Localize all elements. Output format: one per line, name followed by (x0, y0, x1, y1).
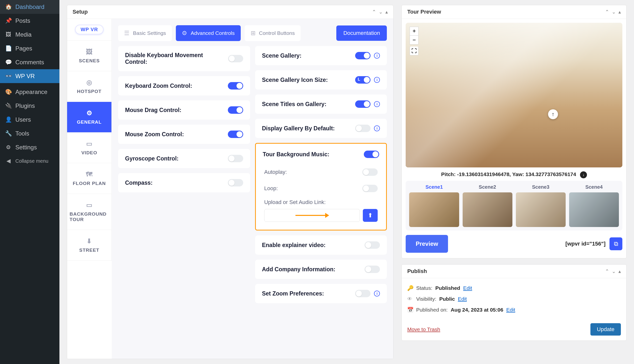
right-sidebar: Tour Preview ⌃ ⌄ ▴ + − ⛶ ↑ (401, 5, 626, 359)
shortcode-text: [wpvr id="156"] (565, 240, 605, 247)
info-icon[interactable]: i (374, 53, 380, 58)
chevron-down-icon[interactable]: ⌄ (612, 9, 616, 15)
toggle-scene-titles[interactable] (355, 100, 370, 108)
fullscreen-button[interactable]: ⛶ (410, 46, 418, 56)
menu-users[interactable]: 👤Users (0, 113, 59, 126)
menu-plugins[interactable]: 🔌Plugins (0, 99, 59, 113)
menu-settings[interactable]: ⚙Settings (0, 140, 59, 154)
vtab-bgtour[interactable]: ▭ BACKGROUND TOUR (67, 194, 112, 230)
menu-pages[interactable]: 📄Pages (0, 42, 59, 56)
vtab-scenes[interactable]: 🖼 SCENES (67, 40, 112, 71)
toggle-mouse-drag[interactable] (228, 106, 243, 114)
audio-link-input[interactable] (264, 209, 360, 222)
tab-advanced-controls[interactable]: ⚙ Advanced Controls (176, 25, 241, 41)
tab-basic-settings[interactable]: ☰ Basic Settings (118, 25, 172, 41)
key-icon: 🔑 (407, 285, 413, 291)
chevron-up-icon[interactable]: ⌃ (605, 268, 609, 274)
setting-tour-bgm: Tour Background Music: (256, 145, 386, 164)
scene-thumb-1[interactable]: Scene1 (409, 184, 459, 227)
toggle-tour-bgm[interactable] (364, 150, 379, 158)
setting-set-zoom: Set Zoom Preferences: i (255, 284, 387, 303)
toggle-autoplay[interactable] (362, 168, 378, 176)
panorama-viewport[interactable]: + − ⛶ ↑ (406, 23, 622, 168)
chevron-down-icon[interactable]: ⌄ (379, 9, 383, 15)
scene-thumb-3[interactable]: Scene3 (516, 184, 566, 227)
info-icon[interactable]: i (374, 77, 380, 83)
scene-2-label: Scene2 (479, 184, 496, 190)
toggle-disable-kb-move[interactable] (228, 55, 243, 62)
vtab-hotspot[interactable]: ◎ HOTSPOT (67, 71, 112, 102)
chevron-down-icon[interactable]: ⌄ (612, 268, 616, 274)
sliders-icon: ⚙ (5, 144, 12, 150)
vtab-video[interactable]: ▭ VIDEO (67, 132, 112, 163)
menu-media[interactable]: 🖼Media (0, 28, 59, 42)
publish-footer: Move to Trash Update (402, 320, 626, 340)
documentation-button[interactable]: Documentation (336, 26, 387, 41)
info-icon[interactable]: i (374, 290, 380, 296)
collapse-panel-icon[interactable]: ▴ (618, 9, 621, 15)
menu-dashboard[interactable]: 🏠Dashboard (0, 0, 59, 14)
vtab-floorplan[interactable]: 🗺 FLOOR PLAN (67, 163, 112, 194)
menu-tools[interactable]: 🔧Tools (0, 126, 59, 140)
toggle-compass[interactable] (228, 179, 243, 186)
hotspot-marker[interactable]: ↑ (548, 109, 558, 119)
chevron-up-icon[interactable]: ⌃ (372, 9, 376, 15)
update-button[interactable]: Update (590, 323, 621, 336)
menu-posts[interactable]: 📌Posts (0, 14, 59, 28)
toggle-enable-explainer[interactable] (364, 241, 380, 249)
menu-wpvr-label: WP VR (15, 73, 35, 80)
toggle-add-company[interactable] (364, 266, 380, 273)
toggle-set-zoom[interactable] (355, 290, 370, 297)
setting-disable-kb-move: Disable Keyboard Movement Control: (118, 46, 250, 71)
toggle-loop[interactable] (362, 185, 378, 192)
copy-coords-icon[interactable]: ↓ (580, 171, 587, 178)
publish-header: Publish ⌃ ⌄ ▴ (402, 264, 626, 278)
upload-audio-button[interactable]: ⬆ (363, 209, 378, 222)
info-icon[interactable]: i (374, 125, 380, 131)
collapse-panel-icon[interactable]: ▴ (385, 9, 388, 15)
edit-status-link[interactable]: Edit (463, 285, 472, 291)
chevron-up-icon[interactable]: ⌃ (605, 9, 609, 15)
menu-appearance[interactable]: 🎨Appearance (0, 85, 59, 99)
label-mouse-drag: Mouse Drag Control: (125, 107, 181, 114)
toggle-scene-gallery[interactable] (355, 52, 370, 59)
setting-mouse-zoom: Mouse Zoom Control: (118, 125, 250, 144)
label-upload-audio: Upload or Set Audio Link: (264, 199, 378, 206)
collapse-panel-icon[interactable]: ▴ (618, 268, 621, 274)
vtab-hotspot-label: HOTSPOT (77, 89, 102, 94)
toggle-gallery-icon-size[interactable]: L (355, 76, 370, 84)
publish-body: 🔑 Status: Published Edit 👁 Visibility: P… (402, 278, 626, 320)
info-icon[interactable]: i (374, 101, 380, 107)
copy-shortcode-button[interactable]: ⧉ (609, 238, 622, 250)
menu-comments[interactable]: 💬Comments (0, 56, 59, 69)
preview-button[interactable]: Preview (406, 235, 448, 253)
menu-wpvr[interactable]: 👓WP VR (0, 69, 59, 83)
menu-settings-label: Settings (15, 144, 37, 151)
zoom-out-button[interactable]: − (410, 36, 418, 44)
publish-title: Publish (407, 268, 427, 274)
plug-icon: 🔌 (5, 102, 12, 109)
label-gallery-icon-size: Scene Gallery Icon Size: (262, 77, 328, 83)
scene-1-thumbnail (409, 192, 459, 227)
menu-collapse[interactable]: ◀Collapse menu (0, 154, 59, 168)
vtab-general[interactable]: ⚙ GENERAL (67, 102, 112, 132)
move-to-trash-link[interactable]: Move to Trash (407, 326, 440, 332)
label-tour-bgm: Tour Background Music: (263, 151, 329, 158)
setup-title: Setup (73, 9, 88, 15)
label-add-company: Add Company Information: (262, 266, 335, 273)
vtab-street[interactable]: ⬇ STREET (67, 230, 112, 261)
tab-control-buttons[interactable]: ⊞ Control Buttons (245, 25, 301, 41)
edit-visibility-link[interactable]: Edit (458, 296, 467, 302)
scene-3-label: Scene3 (532, 184, 549, 190)
setting-compass: Compass: (118, 173, 250, 192)
label-loop: Loop: (264, 185, 278, 192)
zoom-in-button[interactable]: + (410, 27, 418, 36)
toggle-mouse-zoom[interactable] (228, 130, 243, 138)
scene-thumb-2[interactable]: Scene2 (463, 184, 512, 227)
toggle-kb-zoom[interactable] (228, 82, 243, 90)
setup-header: Setup ⌃ ⌄ ▴ (67, 5, 393, 19)
toggle-display-gallery-default[interactable] (355, 125, 370, 132)
edit-date-link[interactable]: Edit (506, 307, 515, 313)
toggle-gyro[interactable] (228, 155, 243, 162)
scene-thumb-4[interactable]: Scene4 (569, 184, 619, 227)
